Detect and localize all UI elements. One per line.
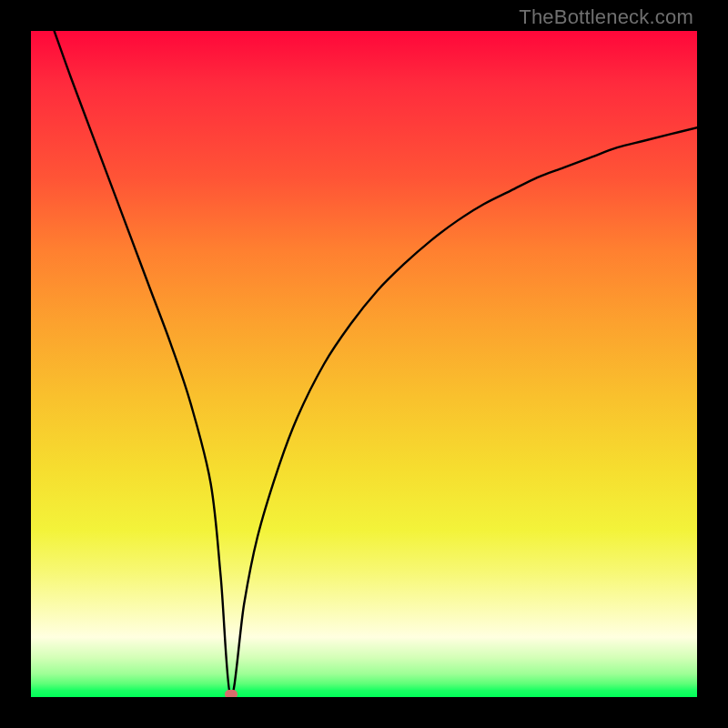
bottleneck-curve xyxy=(55,31,697,697)
watermark-text: TheBottleneck.com xyxy=(519,5,693,29)
plot-area xyxy=(31,31,697,697)
chart-frame: TheBottleneck.com xyxy=(0,0,728,728)
curve-layer xyxy=(31,31,697,697)
min-marker xyxy=(225,690,238,697)
